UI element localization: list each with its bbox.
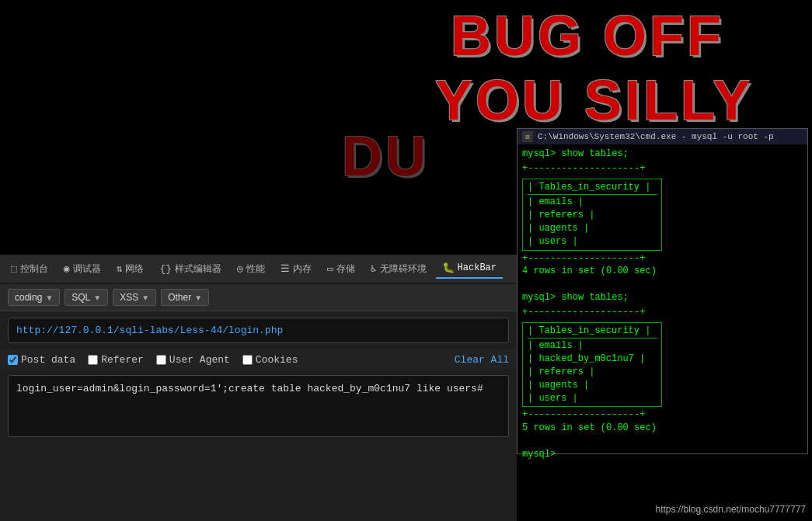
hackbar-toolbar: coding ▼ SQL ▼ XSS ▼ Other ▼ (0, 284, 517, 311)
cookies-label: Cookies (256, 354, 298, 366)
cmd-row-users-2: | users | (528, 392, 657, 405)
tab-storage[interactable]: ▭ 存储 (321, 259, 361, 279)
cmd-row-referers-2: | referers | (528, 366, 657, 379)
tab-hackbar[interactable]: 🐛 HackBar (436, 259, 503, 279)
devtools-bar: ⬚ 控制台 ◉ 调试器 ⇅ 网络 {} 样式编辑器 ◎ 性能 ☰ 内存 ▭ 存储… (0, 255, 517, 284)
hacker-title-line1: BUG OFF (451, 8, 724, 64)
sql-chevron-icon: ▼ (93, 293, 101, 302)
tab-performance-label: 性能 (246, 262, 265, 276)
sql-label: SQL (71, 292, 90, 303)
tab-network[interactable]: ⇅ 网络 (110, 259, 151, 279)
tab-accessibility[interactable]: ♿ 无障碍环境 (364, 259, 433, 279)
cmd-final-prompt: mysql> (522, 448, 803, 461)
storage-icon: ▭ (327, 262, 333, 275)
tab-debugger[interactable]: ◉ 调试器 (58, 259, 107, 279)
debugger-icon: ◉ (64, 262, 70, 275)
post-data-input[interactable] (8, 355, 18, 365)
xss-chevron-icon: ▼ (141, 293, 149, 302)
cmd-table-header-1: | Tables_in_security | (528, 181, 657, 196)
cmd-row-referers-1: | referers | (528, 209, 657, 222)
xss-dropdown[interactable]: XSS ▼ (113, 289, 156, 306)
cookies-input[interactable] (242, 355, 253, 365)
style-editor-icon: {} (159, 263, 172, 275)
user-agent-checkbox[interactable]: User Agent (156, 354, 230, 366)
coding-label: coding (15, 292, 42, 303)
cmd-table-2: | Tables_in_security | | emails | | hack… (522, 322, 662, 408)
cmd-mysql-prompt: mysql> show tables; (522, 148, 629, 159)
xss-label: XSS (120, 292, 138, 303)
cmd-window: ⊞ C:\Windows\System32\cmd.exe - mysql -u… (517, 128, 808, 454)
other-chevron-icon: ▼ (194, 293, 202, 302)
clear-all-button[interactable]: Clear All (455, 354, 509, 366)
cmd-table-header-2: | Tables_in_security | (528, 325, 657, 339)
other-dropdown[interactable]: Other ▼ (161, 289, 209, 306)
cmd-title: C:\Windows\System32\cmd.exe - mysql -u r… (538, 132, 774, 141)
post-data-area: login_user=admin&login_password=1';creat… (8, 375, 509, 437)
performance-icon: ◎ (237, 262, 243, 275)
tab-accessibility-label: 无障碍环境 (380, 262, 427, 276)
referer-input[interactable] (88, 355, 98, 365)
referer-checkbox[interactable]: Referer (88, 354, 144, 366)
user-agent-label: User Agent (169, 354, 230, 366)
coding-chevron-icon: ▼ (45, 293, 53, 302)
post-data-checkbox[interactable]: Post data (8, 354, 75, 366)
tab-console[interactable]: ⬚ 控制台 (5, 259, 54, 279)
tab-console-label: 控制台 (20, 262, 48, 276)
hackbar-icon: 🐛 (442, 262, 455, 274)
tab-memory[interactable]: ☰ 内存 (274, 259, 318, 279)
hackbar-panel: coding ▼ SQL ▼ XSS ▼ Other ▼ http://127.… (0, 284, 517, 521)
post-data-label: Post data (21, 354, 75, 366)
cmd-titlebar: ⊞ C:\Windows\System32\cmd.exe - mysql -u… (518, 129, 807, 144)
accessibility-icon: ♿ (371, 262, 377, 275)
cmd-row-users-1: | users | (528, 235, 657, 248)
cookies-checkbox[interactable]: Cookies (242, 354, 298, 366)
blog-url: https://blog.csdn.net/mochu7777777 (656, 504, 806, 515)
cmd-prompt-1: mysql> show tables; (522, 148, 803, 161)
cmd-prompt-2: mysql> show tables; (522, 291, 803, 304)
cmd-row-uagents-2: | uagents | (528, 379, 657, 392)
sql-dropdown[interactable]: SQL ▼ (64, 289, 108, 306)
cmd-divider-bottom-1: +--------------------+ (522, 252, 803, 266)
tab-network-label: 网络 (125, 262, 144, 276)
other-label: Other (168, 292, 191, 303)
memory-icon: ☰ (281, 262, 290, 275)
tab-style-editor[interactable]: {} 样式编辑器 (153, 259, 228, 279)
cmd-footer-2: 5 rows in set (0.00 sec) (522, 422, 803, 435)
post-data-value: login_user=admin&login_password=1';creat… (16, 383, 483, 394)
coding-dropdown[interactable]: coding ▼ (8, 289, 60, 306)
cmd-divider-bottom-2: +--------------------+ (522, 408, 803, 422)
cmd-row-emails-1: | emails | (528, 196, 657, 209)
referer-label: Referer (101, 354, 144, 366)
network-icon: ⇅ (117, 262, 123, 275)
cmd-icon: ⊞ (522, 131, 533, 142)
cmd-table-1: | Tables_in_security | | emails | | refe… (522, 179, 662, 251)
tab-storage-label: 存储 (336, 262, 355, 276)
cmd-body: mysql> show tables; +-------------------… (518, 144, 807, 464)
user-agent-input[interactable] (156, 355, 166, 365)
hacker-title-line2: YOU SILLY (435, 68, 753, 132)
cmd-divider-top-1: +--------------------+ (522, 162, 803, 175)
tab-hackbar-label: HackBar (458, 262, 497, 273)
tab-memory-label: 内存 (293, 262, 312, 276)
tab-debugger-label: 调试器 (73, 262, 101, 276)
cmd-divider-top-2: +--------------------+ (522, 306, 803, 319)
cmd-footer-1: 4 rows in set (0.00 sec) (522, 265, 803, 278)
console-icon: ⬚ (11, 262, 17, 275)
tab-style-editor-label: 样式编辑器 (175, 262, 221, 276)
url-display: http://127.0.0.1/sqli-labs/Less-44/login… (8, 318, 509, 343)
tab-performance[interactable]: ◎ 性能 (231, 259, 271, 279)
cmd-row-uagents-1: | uagents | (528, 222, 657, 235)
url-value: http://127.0.0.1/sqli-labs/Less-44/login… (16, 325, 283, 336)
cmd-row-emails-2: | emails | (528, 339, 657, 353)
checkbox-row: Post data Referer User Agent Cookies Cle… (0, 349, 517, 370)
cmd-row-hacked: | hacked_by_m0c1nu7 | (528, 353, 657, 366)
